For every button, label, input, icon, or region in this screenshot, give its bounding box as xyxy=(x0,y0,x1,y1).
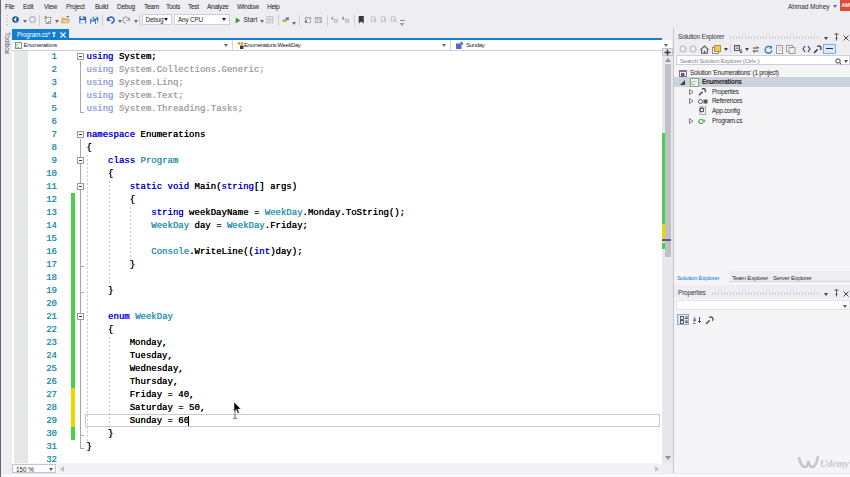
svg-text:Udemy: Udemy xyxy=(820,458,849,469)
svg-text:#: # xyxy=(703,117,706,123)
svg-text:Z: Z xyxy=(693,320,696,324)
